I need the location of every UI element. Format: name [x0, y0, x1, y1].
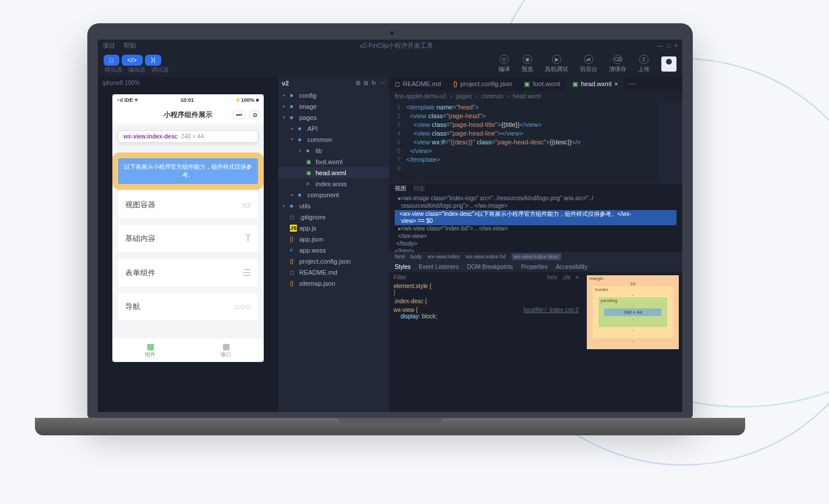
- capsule-close[interactable]: ⊙: [249, 111, 261, 119]
- styles-tab[interactable]: Event Listeners: [419, 264, 459, 270]
- list-item[interactable]: 视图容器▭: [118, 191, 258, 218]
- tree-node[interactable]: ▸■config: [278, 90, 389, 101]
- phone-tab[interactable]: ▦组件: [112, 338, 188, 362]
- toolbar-上传[interactable]: ↥上传: [638, 55, 650, 73]
- tree-action[interactable]: ⋯: [380, 80, 385, 87]
- tree-node[interactable]: ▸■component: [278, 189, 389, 200]
- tree-action[interactable]: ↻: [371, 80, 376, 87]
- toolbar-编译[interactable]: ⊙编译: [498, 55, 510, 73]
- tree-node[interactable]: #app.wxss: [278, 244, 389, 255]
- cls-toggle[interactable]: .cls: [562, 274, 571, 281]
- styles-filter[interactable]: [394, 274, 428, 281]
- avatar[interactable]: [661, 56, 676, 72]
- editor-tab[interactable]: ◻README.md: [389, 77, 447, 91]
- breadcrumb-item[interactable]: head.wxml: [513, 93, 543, 100]
- breadcrumb-item[interactable]: common: [481, 93, 509, 100]
- toolbar: □</>⟩⟨ 模拟器编辑器调试器 ⊙编译◉预览▶真机调试⇄切后台⌫清缓存↥上传: [98, 51, 682, 77]
- tree-node[interactable]: ▸■lib: [278, 145, 389, 156]
- device-label: iphone6 100%: [98, 77, 278, 88]
- view-pill[interactable]: </>: [122, 55, 143, 66]
- toolbar-预览[interactable]: ◉预览: [522, 55, 533, 73]
- toolbar-真机调试[interactable]: ▶真机调试: [545, 55, 568, 73]
- tree-node[interactable]: ▣foot.wxml: [278, 156, 389, 167]
- ide-window: 项目帮助 v2-FinClip小程序开发工具 ―□× □</>⟩⟨ 模拟器编辑器…: [98, 40, 682, 412]
- devtools-tab[interactable]: 视图: [395, 184, 406, 193]
- dom-crumb[interactable]: html: [395, 254, 405, 260]
- list-item[interactable]: 基础内容T: [118, 225, 258, 252]
- tree-node[interactable]: ▸■API: [278, 123, 389, 134]
- tree-node[interactable]: ◻.gitignore: [278, 211, 389, 222]
- tree-node[interactable]: {}sitemap.json: [278, 278, 389, 289]
- box-model: margin 10 border - padding - 240 × 4: [583, 272, 682, 412]
- phone-preview: ⁃ıl IDE ᯤ 10:01 ⚡100% ■ 小程序组件展示 ••• ⊙: [112, 94, 264, 362]
- tree-action[interactable]: ⧉: [364, 80, 368, 87]
- tree-node[interactable]: ▾■common: [278, 134, 389, 145]
- styles-pane[interactable]: :hov .cls + element.style {}.index-desc …: [389, 272, 583, 412]
- file-explorer: v2 ⊞⧉↻⋯ ▸■config▸■image▾■pages▸■API▾■com…: [278, 77, 389, 412]
- inspect-tooltip: wx-view.index-desc 240 × 44: [118, 130, 258, 143]
- minimap[interactable]: [659, 101, 682, 183]
- simulator-panel: iphone6 100% ⁃ıl IDE ᯤ 10:01 ⚡100% ■ 小程序…: [98, 77, 278, 412]
- tree-node[interactable]: {}project.config.json: [278, 255, 389, 267]
- tree-node[interactable]: ▾■pages: [278, 112, 389, 123]
- tree-node[interactable]: ▸■image: [278, 101, 389, 112]
- elements-tree[interactable]: ▸<wx-image class="index-logo" src="../re…: [389, 194, 682, 252]
- devtools-tab[interactable]: 日志: [413, 184, 425, 193]
- editor-panel: ◻README.md{}project.config.json▣foot.wxm…: [389, 77, 682, 412]
- titlebar: 项目帮助 v2-FinClip小程序开发工具 ―□×: [98, 40, 682, 51]
- view-pill[interactable]: □: [104, 55, 119, 66]
- toolbar-清缓存[interactable]: ⌫清缓存: [609, 55, 626, 73]
- styles-tab[interactable]: Styles: [395, 264, 410, 270]
- editor-tab[interactable]: ▣foot.wxml: [518, 77, 566, 91]
- hov-toggle[interactable]: :hov: [546, 274, 557, 281]
- page-title: 小程序组件展示: [164, 110, 212, 120]
- laptop-frame: 项目帮助 v2-FinClip小程序开发工具 ―□× □</>⟩⟨ 模拟器编辑器…: [35, 23, 745, 480]
- status-right: ⚡100% ■: [235, 97, 259, 103]
- devtools: 视图日志 ▸<wx-image class="index-logo" src="…: [389, 183, 682, 412]
- tree-node[interactable]: {}app.json: [278, 233, 389, 244]
- project-root: v2: [282, 80, 289, 87]
- tabs-more[interactable]: ⋯: [624, 77, 640, 91]
- styles-tab[interactable]: DOM Breakpoints: [467, 264, 513, 270]
- styles-tab[interactable]: Accessibility: [556, 264, 587, 270]
- phone-tab[interactable]: ▦接口: [188, 338, 264, 362]
- status-left: ⁃ıl IDE ᯤ: [117, 97, 140, 103]
- list-item[interactable]: 导航○○○: [118, 293, 258, 320]
- editor-tab[interactable]: {}project.config.json: [447, 77, 518, 91]
- capsule-menu[interactable]: •••: [232, 111, 246, 119]
- window-controls[interactable]: ―□×: [657, 42, 678, 49]
- dom-crumb[interactable]: body: [410, 254, 422, 260]
- dom-crumb[interactable]: wx-view.index-hd: [466, 254, 506, 260]
- toolbar-切后台[interactable]: ⇄切后台: [580, 55, 597, 73]
- tree-node[interactable]: ▸■utils: [278, 200, 389, 211]
- dom-crumb[interactable]: wx-view.index: [428, 254, 460, 260]
- view-pill[interactable]: ⟩⟨: [145, 55, 161, 66]
- breadcrumb-item[interactable]: pages: [456, 93, 477, 100]
- editor-tab[interactable]: ▣head.wxml×: [566, 77, 624, 91]
- tree-node[interactable]: JSapp.js: [278, 222, 389, 233]
- menu-item[interactable]: 项目: [102, 41, 115, 50]
- status-time: 10:01: [180, 97, 194, 103]
- add-rule[interactable]: +: [575, 274, 579, 281]
- window-title: v2-FinClip小程序开发工具: [136, 41, 657, 50]
- list-item[interactable]: 表单组件☰: [118, 259, 258, 286]
- tree-node[interactable]: #index.wxss: [278, 178, 389, 189]
- code-editor[interactable]: 1<template name="head">2 <view class="pa…: [389, 101, 682, 183]
- styles-tab[interactable]: Properties: [521, 264, 548, 270]
- highlighted-element[interactable]: 以下将展示小程序官方组件能力，组件样式仅供参考。: [118, 158, 258, 184]
- tree-node[interactable]: ▣head.wxml: [278, 167, 389, 178]
- tree-node[interactable]: ◻README.md: [278, 267, 389, 278]
- menu-item[interactable]: 帮助: [123, 41, 136, 50]
- tree-action[interactable]: ⊞: [356, 80, 360, 87]
- dom-crumb[interactable]: wx-view.index-desc: [512, 253, 562, 260]
- breadcrumb-item[interactable]: fino-applet-demo-v2: [395, 93, 452, 100]
